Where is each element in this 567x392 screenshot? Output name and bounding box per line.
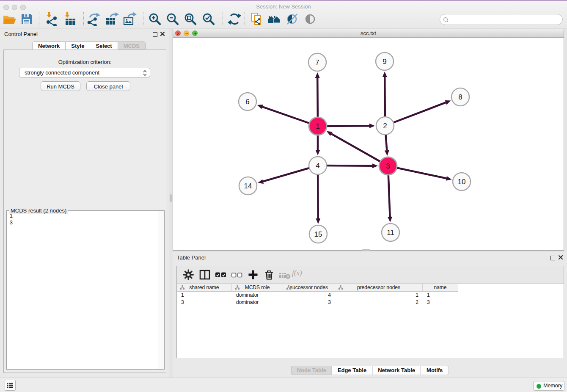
toolbar-separator	[83, 12, 84, 26]
sort-hierarchy-icon	[286, 285, 291, 290]
graph-node-label-11: 11	[387, 229, 394, 237]
search-input[interactable]	[451, 15, 561, 25]
birdseye-view-icon[interactable]	[303, 12, 318, 26]
toolbar-separator	[223, 12, 223, 26]
float-panel-icon[interactable]	[153, 32, 157, 37]
float-table-panel-icon[interactable]	[550, 256, 555, 260]
network-window-titlebar[interactable]: scc.txt	[173, 29, 564, 38]
delete-column-icon[interactable]	[262, 268, 276, 282]
export-image-icon[interactable]	[122, 12, 137, 26]
table-body: 1dominator4113dominator323	[177, 292, 564, 306]
table-cell[interactable]: dominator	[232, 292, 283, 299]
graph-node-label-15: 15	[314, 230, 322, 238]
table-cell[interactable]: 1	[335, 292, 423, 299]
graph-arrowhead	[445, 100, 451, 105]
graph-node-label-4: 4	[316, 162, 319, 170]
column-header-MCDS-role[interactable]: MCDS role	[232, 284, 283, 292]
table-row: 1dominator411	[177, 292, 564, 299]
add-column-icon[interactable]	[246, 268, 260, 282]
toolbar-separator	[143, 12, 143, 26]
result-scrollbar[interactable]	[158, 211, 164, 369]
run-mcds-button[interactable]: Run MCDS	[41, 81, 80, 91]
export-network-icon[interactable]	[86, 12, 101, 26]
column-header-shared-name[interactable]: shared name	[177, 284, 232, 292]
optimization-criterion-label: Optimization criterion:	[4, 59, 166, 65]
unselect-all-columns-icon[interactable]	[230, 268, 244, 282]
save-session-icon[interactable]	[19, 12, 34, 26]
home-icon[interactable]	[267, 12, 281, 26]
open-session-icon[interactable]	[2, 12, 17, 26]
graph-arrowhead	[369, 124, 375, 128]
network-canvas[interactable]: 7968124314101511	[173, 37, 564, 250]
table-cell[interactable]: dominator	[232, 299, 283, 306]
splitter-handle-vertical[interactable]	[170, 194, 172, 202]
table-toolbar: f(x)	[177, 266, 564, 284]
mcds-result-area[interactable]: 1 3	[7, 211, 164, 369]
zoom-out-icon[interactable]	[165, 12, 180, 26]
function-builder-icon: f(x)	[292, 269, 302, 277]
delete-table-icon	[278, 268, 292, 282]
mcds-result-box: 1 3 MCDS result (2 nodes)	[6, 210, 165, 370]
export-table-icon[interactable]	[105, 12, 119, 26]
settings-icon[interactable]	[182, 268, 195, 282]
select-all-columns-icon[interactable]	[214, 268, 228, 282]
graph-node-label-14: 14	[244, 182, 252, 190]
optimization-criterion-select[interactable]: strongly connected component	[19, 68, 150, 77]
table-cell[interactable]: 3	[283, 299, 335, 306]
graph-edge-2-8[interactable]	[385, 102, 446, 126]
column-header-successor-nodes[interactable]: successor nodes	[283, 284, 335, 292]
memory-button[interactable]: Memory	[533, 381, 564, 391]
node-table: f(x) shared nameMCDS rolesuccessor nodes…	[176, 266, 564, 358]
graph-node-label-3: 3	[386, 162, 390, 170]
zoom-selected-icon[interactable]	[201, 12, 216, 26]
table-tab-motifs[interactable]: Motifs	[421, 366, 449, 375]
sort-hierarchy-icon	[235, 285, 240, 290]
table-cell[interactable]: 3	[423, 299, 458, 306]
graph-arrowhead	[316, 150, 320, 155]
control-panel: Control Panel NetworkStyleSelectMCDS Opt…	[0, 28, 169, 378]
hide-graphics-details-icon[interactable]	[285, 12, 300, 26]
column-header-predecessor-nodes[interactable]: predecessor nodes	[335, 284, 423, 292]
table-tab-node-table[interactable]: Node Table	[291, 366, 332, 375]
table-cell[interactable]: 2	[335, 299, 423, 306]
graph-node-label-1: 1	[316, 122, 319, 130]
refresh-layout-icon[interactable]	[227, 12, 242, 26]
task-history-button[interactable]	[5, 380, 16, 391]
table-tab-edge-table[interactable]: Edge Table	[332, 366, 372, 375]
table-header[interactable]: shared nameMCDS rolesuccessor nodesprede…	[177, 284, 564, 292]
graph-arrowhead	[383, 72, 387, 77]
workspace: Control Panel NetworkStyleSelectMCDS Opt…	[0, 28, 567, 378]
task-list-icon	[7, 382, 14, 389]
zoom-in-icon[interactable]	[148, 12, 162, 26]
graph-arrowhead	[315, 72, 320, 78]
zoom-fit-icon[interactable]	[183, 12, 198, 26]
table-cell[interactable]: 1	[423, 292, 458, 299]
table-tabs: Node TableEdge TableNetwork TableMotifs	[291, 366, 449, 375]
import-table-icon[interactable]	[63, 12, 77, 26]
window-chrome: Session: New Session	[0, 1, 567, 28]
close-panel-icon[interactable]	[160, 31, 165, 36]
sort-hierarchy-icon	[338, 285, 343, 290]
optimization-criterion-value: strongly connected component	[25, 69, 99, 76]
clone-network-icon[interactable]	[249, 12, 264, 26]
split-columns-icon[interactable]	[198, 268, 212, 282]
close-panel-button[interactable]: Close panel	[86, 81, 130, 91]
table-cell[interactable]: 1	[177, 292, 232, 299]
graph-node-label-9: 9	[383, 58, 386, 66]
import-network-icon[interactable]	[44, 12, 59, 26]
table-cell[interactable]: 4	[283, 292, 335, 299]
graph-arrowhead	[372, 163, 378, 168]
graph-arrowhead	[316, 218, 320, 224]
graph-arrowhead	[257, 105, 263, 109]
memory-label: Memory	[543, 383, 562, 389]
close-table-panel-icon[interactable]	[558, 255, 563, 260]
toolbar-separator	[39, 12, 39, 26]
table-tab-network-table[interactable]: Network Table	[372, 366, 421, 375]
search-icon	[443, 17, 449, 23]
graph-arrowhead	[446, 176, 452, 181]
table-cell[interactable]: 3	[177, 299, 232, 306]
splitter-handle-horizontal[interactable]	[362, 249, 370, 251]
network-window: scc.txt 7968124314101511	[173, 29, 564, 251]
graph-edge-3-1[interactable]	[331, 134, 388, 166]
column-header-name[interactable]: name	[423, 284, 458, 292]
